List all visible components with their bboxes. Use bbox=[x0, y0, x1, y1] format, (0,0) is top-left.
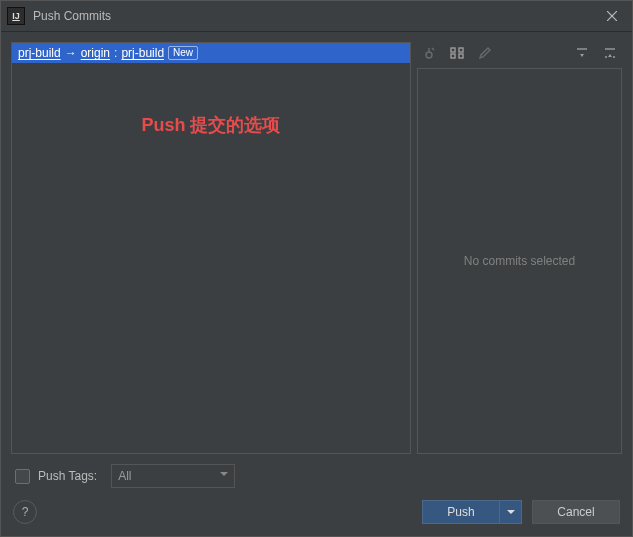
push-tags-checkbox[interactable] bbox=[15, 469, 30, 484]
push-commits-dialog: IJ Push Commits prj-build → origin : prj… bbox=[0, 0, 633, 537]
chevron-down-icon bbox=[507, 510, 515, 514]
push-tags-value: All bbox=[118, 469, 131, 483]
footer-buttons: ? Push Cancel bbox=[1, 494, 632, 536]
branch-row[interactable]: prj-build → origin : prj-build New bbox=[12, 43, 410, 63]
chevron-down-icon bbox=[220, 472, 228, 476]
close-icon bbox=[607, 11, 617, 21]
arrow-icon: → bbox=[65, 46, 77, 60]
group-by-button[interactable] bbox=[449, 45, 465, 61]
group-icon bbox=[450, 46, 464, 60]
svg-rect-5 bbox=[459, 54, 463, 58]
annotation-overlay: Push 提交的选项 bbox=[12, 113, 410, 137]
collapse-icon bbox=[603, 46, 617, 60]
push-dropdown-button[interactable] bbox=[500, 500, 522, 524]
cherry-pick-icon bbox=[422, 46, 436, 60]
svg-rect-4 bbox=[451, 54, 455, 58]
footer-options: Push Tags: All bbox=[1, 454, 632, 494]
expand-all-button[interactable] bbox=[574, 45, 590, 61]
colon: : bbox=[114, 46, 117, 60]
cancel-button[interactable]: Cancel bbox=[532, 500, 620, 524]
local-branch: prj-build bbox=[18, 46, 61, 60]
expand-icon bbox=[575, 46, 589, 60]
cherry-pick-button[interactable] bbox=[421, 45, 437, 61]
svg-rect-2 bbox=[451, 48, 455, 52]
commits-panel: No commits selected bbox=[417, 42, 622, 454]
close-button[interactable] bbox=[598, 6, 626, 26]
help-button[interactable]: ? bbox=[13, 500, 37, 524]
commits-body: No commits selected bbox=[417, 68, 622, 454]
collapse-all-button[interactable] bbox=[602, 45, 618, 61]
new-badge: New bbox=[168, 46, 198, 60]
app-icon: IJ bbox=[7, 7, 25, 25]
push-button-group: Push bbox=[422, 500, 522, 524]
push-tags-select[interactable]: All bbox=[111, 464, 235, 488]
titlebar: IJ Push Commits bbox=[1, 1, 632, 32]
remote-name: origin bbox=[81, 46, 110, 60]
commits-toolbar bbox=[417, 42, 622, 68]
svg-rect-3 bbox=[459, 48, 463, 52]
push-button[interactable]: Push bbox=[422, 500, 500, 524]
push-tags-label: Push Tags: bbox=[38, 469, 97, 483]
window-title: Push Commits bbox=[33, 9, 598, 23]
main-area: prj-build → origin : prj-build New Push … bbox=[1, 32, 632, 454]
pencil-icon bbox=[478, 46, 492, 60]
branch-list-panel: prj-build → origin : prj-build New Push … bbox=[11, 42, 411, 454]
edit-button[interactable] bbox=[477, 45, 493, 61]
remote-branch: prj-build bbox=[121, 46, 164, 60]
empty-commits-text: No commits selected bbox=[464, 254, 575, 268]
